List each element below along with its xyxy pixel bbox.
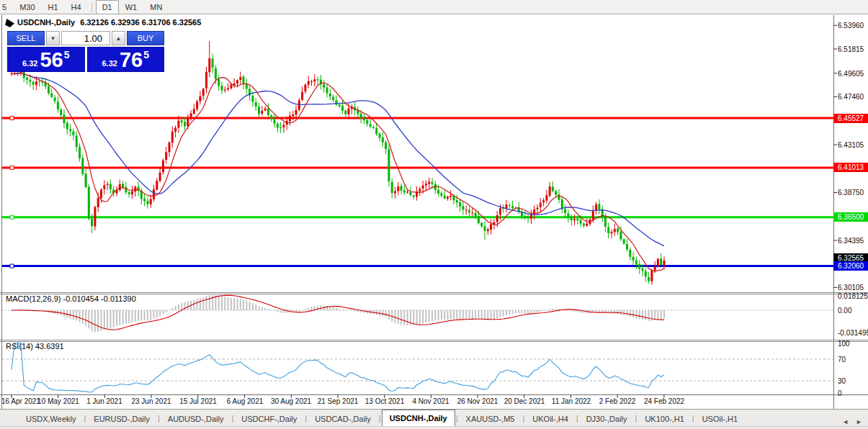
price-tick-label: 6.49605 [838,70,864,78]
toolbar-separator [91,2,92,12]
macd-indicator-label: MACD(12,26,9) -0.010454 -0.011390 [6,294,136,303]
hline-price-label: 6.32060 [833,261,868,271]
timeframe-button-w1[interactable]: W1 [119,0,144,14]
date-tick-label: 4 Nov 2021 [405,397,457,405]
macd-axis-label: 0.00 [838,307,851,315]
buy-button[interactable]: BUY [127,31,164,45]
sell-price-big: 56 [40,48,63,71]
date-tick-label: 21 Sep 2021 [312,397,364,405]
date-tick-label: 13 Oct 2021 [359,397,411,405]
chart-tab-usdcad[interactable]: USDCAD-,Daily [308,412,378,426]
tab-scroll-right-icon[interactable]: ► [856,418,862,425]
price-tick-label: 6.53960 [838,22,864,30]
chart-tab-usoil[interactable]: USOil-,H1 [695,412,746,426]
date-tick-label: 20 Dec 2021 [498,397,550,405]
price-tick-label: 6.38750 [838,189,864,197]
timeframe-toolbar: 5M30H1H4D1W1MN [0,0,868,14]
timeframe-button-m30[interactable]: M30 [13,0,41,14]
date-tick-label: 26 Nov 2021 [452,397,504,405]
date-tick-label: 11 Jan 2022 [545,397,597,405]
date-tick-label: 1 Jun 2021 [79,397,130,405]
timeframe-button-5[interactable]: 5 [0,0,13,14]
chart-title: USDCNH-,Daily 6.32126 6.32936 6.31706 6.… [17,18,204,27]
rsi-indicator-label: RSI(14) 43.6391 [6,342,64,351]
chart-tab-usdx[interactable]: USDX,Weekly [19,412,83,426]
volume-input[interactable]: 1.00 [61,31,110,45]
sell-price-box[interactable]: 6.32 56 5 [7,47,85,72]
chart-tab-ukoil[interactable]: UKOil-,H4 [525,412,576,426]
date-tick-label: 24 Feb 2022 [638,397,690,405]
rsi-axis-label: 30 [838,377,846,385]
terminal-window: 5M30H1H4D1W1MN USDCNH-,Daily 6.32126 6.3… [0,0,868,429]
rsi-axis-label: 100 [838,340,850,348]
rsi-axis-label: 70 [838,356,846,363]
chart-tab-bar: USDX,Weekly|EURUSD-,Daily|AUDUSD-,Daily|… [0,409,868,426]
chart-symbol-label: USDCNH-,Daily [17,18,75,27]
date-tick-label: 30 Aug 2021 [265,397,317,405]
buy-price-box[interactable]: 6.32 76 5 [87,47,165,72]
chart-tab-eurusd[interactable]: EURUSD-,Daily [86,412,157,426]
date-tick-label: 10 May 2021 [32,397,84,405]
sell-price-sup: 5 [64,49,70,60]
price-tick-label: 6.30105 [838,284,864,292]
tab-scroll-arrows: ◄ ► [842,418,862,425]
date-tick-label: 23 Jun 2021 [125,397,177,405]
sell-button[interactable]: SELL [7,31,45,45]
hline-price-label: 6.41013 [833,163,868,172]
macd-axis-label: 0.018125 [838,292,868,300]
hline-price-label: 6.45527 [833,114,868,123]
sell-price-small: 6.32 [22,59,37,68]
rsi-axis-label: 0 [838,389,842,397]
chart-tab-usdcnh[interactable]: USDCNH-,Daily [382,410,455,426]
tab-scroll-left-icon[interactable]: ◄ [842,418,849,425]
price-tick-label: 6.34395 [838,237,864,245]
chart-tab-dj30[interactable]: DJ30-,Daily [579,412,635,426]
date-tick-label: 6 Aug 2021 [219,397,271,405]
timeframe-button-h4[interactable]: H4 [65,0,88,14]
timeframe-button-h1[interactable]: H1 [42,0,65,14]
buy-price-small: 6.32 [102,59,117,68]
price-tick-label: 6.47460 [838,93,864,101]
volume-decrease-button[interactable]: ▼ [46,31,60,45]
buy-price-big: 76 [120,48,143,71]
date-tick-label: 15 Jul 2021 [172,397,224,405]
chart-tab-audusd[interactable]: AUDUSD-,Daily [161,412,231,426]
chart-ohlc-values: 6.32126 6.32936 6.31706 6.32565 [80,18,201,27]
chart-tab-xauusd[interactable]: XAUUSD-,M5 [459,412,522,426]
status-bar [0,426,868,429]
one-click-trading-panel: SELL ▼ 1.00 ▲ BUY 6.32 56 5 6.32 76 5 [7,31,164,72]
hline-price-label: 6.36500 [833,212,868,222]
chart-tab-uk100[interactable]: UK100-,H1 [637,412,691,426]
date-tick-label: 2 Feb 2022 [591,397,643,405]
timeframe-button-d1[interactable]: D1 [96,0,119,14]
buy-price-sup: 5 [143,49,149,60]
macd-axis-label: -0.031495 [838,329,868,337]
price-tick-label: 6.51815 [838,45,864,53]
timeframe-button-mn[interactable]: MN [143,0,169,14]
volume-increase-button[interactable]: ▲ [112,31,125,45]
price-tick-label: 6.43105 [838,141,864,149]
chart-tab-usdchf[interactable]: USDCHF-,Daily [234,412,304,426]
